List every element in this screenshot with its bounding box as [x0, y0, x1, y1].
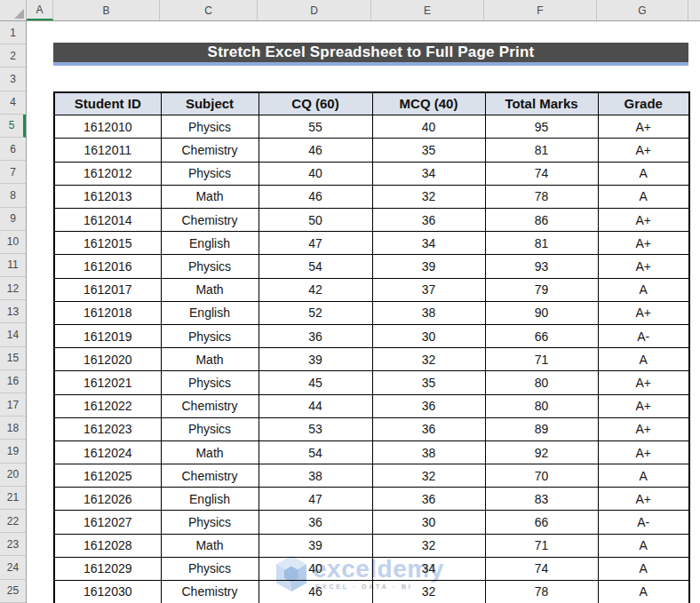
- table-cell[interactable]: A+: [598, 488, 689, 511]
- table-cell[interactable]: 46: [259, 581, 372, 603]
- row-header-6[interactable]: 6: [0, 138, 26, 161]
- table-cell[interactable]: 1612027: [54, 511, 161, 534]
- table-cell[interactable]: 81: [485, 139, 598, 162]
- table-cell[interactable]: 35: [372, 371, 485, 394]
- student-marks-table[interactable]: Student IDSubjectCQ (60)MCQ (40)Total Ma…: [53, 91, 690, 603]
- table-cell[interactable]: 38: [372, 301, 485, 324]
- table-cell[interactable]: A: [598, 581, 689, 603]
- table-cell[interactable]: 39: [259, 534, 372, 557]
- table-cell[interactable]: 1612016: [54, 255, 161, 278]
- table-cell[interactable]: 36: [372, 209, 485, 232]
- table-cell[interactable]: 1612010: [54, 115, 161, 139]
- table-cell[interactable]: Chemistry: [161, 394, 259, 417]
- row-header-13[interactable]: 13: [0, 300, 26, 323]
- table-cell[interactable]: 92: [485, 440, 598, 464]
- table-cell[interactable]: Physics: [161, 324, 259, 347]
- table-cell[interactable]: 35: [372, 139, 485, 162]
- table-cell[interactable]: 66: [485, 511, 598, 534]
- table-cell[interactable]: A-: [598, 324, 689, 347]
- table-cell[interactable]: 54: [259, 255, 372, 278]
- table-cell[interactable]: 32: [372, 185, 485, 208]
- table-cell[interactable]: 39: [259, 348, 372, 371]
- table-cell[interactable]: 93: [485, 255, 598, 278]
- table-cell[interactable]: 47: [259, 488, 372, 511]
- column-header-F[interactable]: F: [484, 0, 597, 20]
- row-header-22[interactable]: 22: [0, 510, 26, 533]
- table-cell[interactable]: 1612024: [54, 440, 161, 464]
- table-cell[interactable]: 78: [485, 185, 598, 208]
- table-cell[interactable]: A+: [598, 232, 689, 255]
- select-all-corner[interactable]: [0, 0, 27, 20]
- table-cell[interactable]: 1612022: [54, 394, 161, 417]
- row-header-5[interactable]: 5: [0, 115, 26, 138]
- table-cell[interactable]: 71: [485, 534, 598, 557]
- table-cell[interactable]: 1612014: [54, 209, 161, 232]
- table-cell[interactable]: Chemistry: [161, 581, 259, 603]
- table-header-cell[interactable]: Student ID: [54, 92, 161, 115]
- row-header-10[interactable]: 10: [0, 231, 26, 254]
- table-cell[interactable]: A+: [598, 139, 689, 162]
- table-cell[interactable]: 80: [485, 394, 598, 417]
- column-header-C[interactable]: C: [160, 0, 258, 20]
- table-cell[interactable]: A+: [598, 394, 689, 417]
- table-cell[interactable]: 1612025: [54, 464, 161, 488]
- table-cell[interactable]: 36: [259, 324, 372, 347]
- table-cell[interactable]: Math: [161, 534, 259, 557]
- table-cell[interactable]: 66: [485, 324, 598, 347]
- table-cell[interactable]: 71: [485, 348, 598, 371]
- table-cell[interactable]: 36: [372, 394, 485, 417]
- table-cell[interactable]: 54: [259, 440, 372, 464]
- table-cell[interactable]: Physics: [161, 162, 259, 185]
- table-cell[interactable]: 1612028: [54, 534, 161, 557]
- table-cell[interactable]: A+: [598, 417, 689, 440]
- table-cell[interactable]: 78: [485, 581, 598, 603]
- table-cell[interactable]: Chemistry: [161, 139, 259, 162]
- table-cell[interactable]: 44: [259, 394, 372, 417]
- table-cell[interactable]: 1612026: [54, 488, 161, 511]
- table-cell[interactable]: A: [598, 464, 689, 488]
- column-header-B[interactable]: B: [53, 0, 160, 20]
- table-cell[interactable]: English: [161, 232, 259, 255]
- table-cell[interactable]: Math: [161, 278, 259, 301]
- table-cell[interactable]: A: [598, 348, 689, 371]
- table-cell[interactable]: A: [598, 162, 689, 185]
- table-cell[interactable]: 40: [259, 162, 372, 185]
- row-header-20[interactable]: 20: [0, 464, 26, 487]
- table-cell[interactable]: 1612011: [54, 139, 161, 162]
- row-header-18[interactable]: 18: [0, 417, 26, 440]
- column-header-G[interactable]: G: [597, 0, 688, 20]
- table-cell[interactable]: 83: [485, 488, 598, 511]
- table-cell[interactable]: 32: [372, 464, 485, 488]
- row-header-15[interactable]: 15: [0, 347, 26, 370]
- table-cell[interactable]: 1612029: [54, 557, 161, 580]
- table-cell[interactable]: 1612023: [54, 417, 161, 440]
- table-cell[interactable]: A: [598, 534, 689, 557]
- table-cell[interactable]: 81: [485, 232, 598, 255]
- table-cell[interactable]: A+: [598, 209, 689, 232]
- table-cell[interactable]: 50: [259, 209, 372, 232]
- table-cell[interactable]: Math: [161, 185, 259, 208]
- title-banner-cell[interactable]: Stretch Excel Spreadsheet to Full Page P…: [53, 43, 688, 66]
- table-cell[interactable]: 53: [259, 417, 372, 440]
- table-cell[interactable]: 86: [485, 209, 598, 232]
- sheet-canvas[interactable]: Stretch Excel Spreadsheet to Full Page P…: [27, 21, 700, 603]
- row-header-16[interactable]: 16: [0, 370, 26, 393]
- table-cell[interactable]: Physics: [161, 371, 259, 394]
- table-cell[interactable]: 39: [372, 255, 485, 278]
- table-cell[interactable]: A: [598, 185, 689, 208]
- table-cell[interactable]: Physics: [161, 511, 259, 534]
- row-header-23[interactable]: 23: [0, 533, 26, 556]
- table-cell[interactable]: Math: [161, 440, 259, 464]
- table-cell[interactable]: 74: [485, 557, 598, 580]
- column-header-E[interactable]: E: [371, 0, 484, 20]
- table-cell[interactable]: 30: [372, 511, 485, 534]
- table-cell[interactable]: 1612018: [54, 301, 161, 324]
- table-cell[interactable]: 40: [259, 557, 372, 580]
- table-cell[interactable]: 47: [259, 232, 372, 255]
- table-cell[interactable]: 38: [259, 464, 372, 488]
- table-cell[interactable]: 1612019: [54, 324, 161, 347]
- row-header-19[interactable]: 19: [0, 440, 26, 463]
- row-header-2[interactable]: 2: [0, 44, 26, 67]
- table-cell[interactable]: Physics: [161, 557, 259, 580]
- row-header-24[interactable]: 24: [0, 556, 26, 579]
